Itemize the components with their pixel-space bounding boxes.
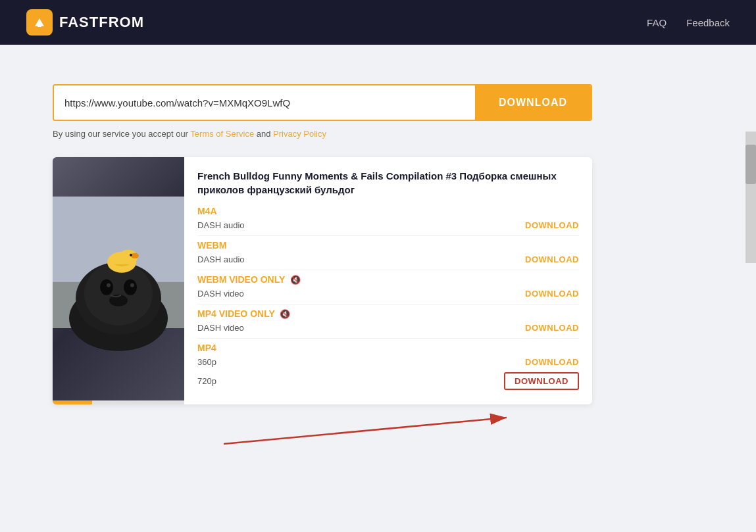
download-button-mp4-video-only[interactable]: DOWNLOAD bbox=[525, 323, 579, 333]
annotation-area bbox=[53, 404, 592, 457]
download-button-mp4-360p[interactable]: DOWNLOAD bbox=[525, 357, 579, 367]
info-area: French Bulldog Funny Moments & Fails Com… bbox=[184, 157, 592, 404]
scrollbar-thumb[interactable] bbox=[745, 145, 756, 184]
svg-point-9 bbox=[124, 279, 137, 295]
privacy-link[interactable]: Privacy Policy bbox=[273, 129, 326, 139]
terms-prefix: By using our service you accept our bbox=[53, 129, 190, 139]
download-button-webm-video-only[interactable]: DOWNLOAD bbox=[525, 289, 579, 299]
svg-point-11 bbox=[130, 283, 134, 287]
format-label-webm: WEBM bbox=[197, 240, 579, 251]
feedback-link[interactable]: Feedback bbox=[686, 17, 730, 28]
format-quality-360p: 360p bbox=[197, 357, 216, 367]
format-desc-m4a: DASH audio bbox=[197, 220, 245, 230]
thumbnail-area bbox=[53, 157, 184, 404]
format-label-m4a: M4A bbox=[197, 206, 579, 216]
svg-point-8 bbox=[100, 279, 113, 295]
format-row-webm: DASH audio DOWNLOAD bbox=[197, 252, 579, 267]
search-bar: DOWNLOAD bbox=[53, 84, 592, 121]
format-quality-720p: 720p bbox=[197, 376, 216, 386]
format-row-mp4-360p: 360p DOWNLOAD bbox=[197, 354, 579, 370]
format-row-m4a: DASH audio DOWNLOAD bbox=[197, 218, 579, 233]
terms-text: By using our service you accept our Term… bbox=[53, 129, 579, 139]
format-row-webm-video-only: DASH video DOWNLOAD bbox=[197, 286, 579, 301]
result-card: French Bulldog Funny Moments & Fails Com… bbox=[53, 157, 592, 404]
format-label-mp4-video-only: MP4 VIDEO ONLY 🔇 bbox=[197, 308, 579, 319]
download-button-m4a[interactable]: DOWNLOAD bbox=[525, 220, 579, 230]
logo-icon bbox=[26, 9, 53, 36]
svg-point-15 bbox=[131, 253, 139, 258]
video-title: French Bulldog Funny Moments & Fails Com… bbox=[197, 169, 579, 197]
format-label-mp4: MP4 bbox=[197, 343, 579, 353]
format-desc-webm: DASH audio bbox=[197, 254, 245, 264]
format-row-mp4-video-only: DASH video DOWNLOAD bbox=[197, 320, 579, 335]
url-input[interactable] bbox=[54, 85, 475, 120]
format-row-mp4-720p: 720p DOWNLOAD bbox=[197, 370, 579, 393]
svg-point-10 bbox=[107, 283, 111, 287]
annotation-arrow bbox=[53, 404, 592, 457]
tos-link[interactable]: Terms of Service bbox=[190, 129, 254, 139]
logo-area: FASTFROM bbox=[26, 9, 144, 36]
logo-text: FASTFROM bbox=[59, 14, 144, 31]
format-desc-webm-video-only: DASH video bbox=[197, 289, 244, 299]
main-download-button[interactable]: DOWNLOAD bbox=[475, 85, 591, 120]
no-audio-icon-mp4: 🔇 bbox=[280, 309, 290, 319]
faq-link[interactable]: FAQ bbox=[647, 17, 667, 28]
svg-rect-2 bbox=[38, 25, 41, 27]
header-nav: FAQ Feedback bbox=[647, 17, 730, 28]
main-content: DOWNLOAD By using our service you accept… bbox=[0, 45, 632, 483]
svg-line-18 bbox=[224, 418, 507, 444]
download-button-webm[interactable]: DOWNLOAD bbox=[525, 254, 579, 264]
no-audio-icon-webm: 🔇 bbox=[290, 275, 301, 285]
format-label-webm-video-only: WEBM VIDEO ONLY 🔇 bbox=[197, 274, 579, 285]
header: FASTFROM FAQ Feedback bbox=[0, 0, 756, 45]
thumbnail-image bbox=[53, 157, 184, 404]
svg-point-16 bbox=[130, 254, 132, 256]
format-desc-mp4-video-only: DASH video bbox=[197, 323, 244, 333]
terms-and: and bbox=[254, 129, 273, 139]
download-button-mp4-720p[interactable]: DOWNLOAD bbox=[504, 372, 579, 390]
scrollbar[interactable] bbox=[745, 132, 756, 263]
